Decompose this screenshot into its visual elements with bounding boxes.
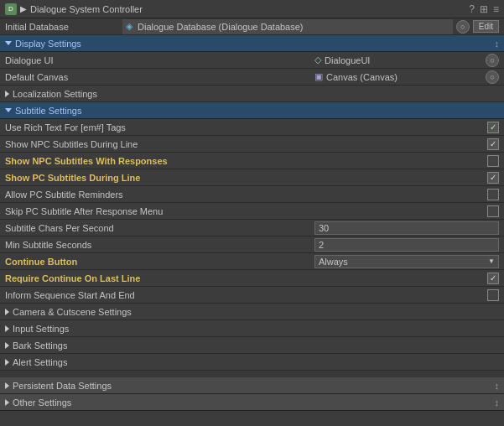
continue-button-row: Continue Button Always ▼ [0,253,504,270]
pc-reminders-checkbox[interactable] [487,189,499,200]
require-continue-value [487,273,499,284]
display-settings-scroll-icon: ↕ [495,39,500,49]
default-canvas-circle-btn[interactable]: ○ [486,70,499,84]
pc-subtitles-label: Show PC Subtitles During Line [5,173,487,183]
inform-sequence-checkbox[interactable] [487,289,499,301]
require-continue-row: Require Continue On Last Line [0,270,504,287]
db-icon: ◈ [126,21,132,32]
subtitle-settings-arrow [5,108,12,112]
collapsible-sections: Camera & Cutscene Settings Input Setting… [0,304,504,371]
persistent-label: Persistent Data Settings [13,381,112,391]
rich-text-label: Use Rich Text For [em#] Tags [5,122,487,132]
other-section-row[interactable]: Other Settings ↕ [0,394,504,411]
input-arrow [5,325,9,332]
inform-sequence-value [487,289,499,301]
require-continue-label: Require Continue On Last Line [5,273,487,283]
display-settings-label: Display Settings [15,39,81,49]
display-settings-header[interactable]: Display Settings ↕ [0,35,504,52]
chars-per-second-row: Subtitle Chars Per Second [0,220,504,236]
default-canvas-row: Default Canvas ▣ Canvas (Canvas) ○ [0,69,504,86]
subtitle-settings-header[interactable]: Subtitle Settings [0,102,504,119]
title-arrow: ▶ [20,4,27,13]
skip-pc-row: Skip PC Subtitle After Response Menu [0,203,504,220]
bark-section-row[interactable]: Bark Settings [0,337,504,354]
help-icon[interactable]: ? [469,3,475,15]
chars-per-second-input[interactable] [314,221,499,235]
bottom-sections: Persistent Data Settings ↕ Other Setting… [0,377,504,411]
min-seconds-row: Min Subtitle Seconds [0,236,504,253]
npc-subtitles-responses-label: Show NPC Subtitles With Responses [5,156,487,166]
pc-subtitles-value [487,172,499,184]
continue-button-value: Always ▼ [314,255,499,268]
alert-label: Alert Settings [13,357,67,367]
camera-label: Camera & Cutscene Settings [13,307,132,317]
alert-section-row[interactable]: Alert Settings [0,354,504,371]
more-icon[interactable]: ≡ [493,3,499,15]
continue-button-dropdown[interactable]: Always ▼ [314,255,499,268]
pc-reminders-label: Allow PC Subtitle Reminders [5,190,487,200]
initial-database-circle-btn[interactable]: ○ [456,20,470,34]
input-label: Input Settings [13,324,69,334]
npc-subtitles-row: Show NPC Subtitles During Line [0,136,504,153]
settings-icon[interactable]: ⊞ [480,3,488,15]
initial-database-value-container: ◈ Dialogue Database (Dialogue Database) [122,19,453,34]
continue-button-label: Continue Button [5,257,314,267]
dialogue-ui-value: DialogueUI [325,55,482,65]
persistent-scroll-icon: ↕ [495,381,500,391]
camera-arrow [5,309,9,315]
dropdown-chevron-icon: ▼ [488,257,495,265]
npc-subtitles-responses-value [487,155,499,167]
localization-label: Localization Settings [13,89,97,99]
other-scroll-icon: ↕ [495,397,500,408]
chars-per-second-label: Subtitle Chars Per Second [5,223,314,233]
skip-pc-label: Skip PC Subtitle After Response Menu [5,206,487,216]
bark-label: Bark Settings [13,340,67,351]
inform-sequence-row: Inform Sequence Start And End [0,287,504,304]
default-canvas-value: Canvas (Canvas) [326,72,482,82]
subtitle-rows: Use Rich Text For [em#] Tags Show NPC Su… [0,119,504,304]
npc-subtitles-responses-checkbox[interactable] [487,155,499,167]
persistent-arrow [5,382,9,389]
rich-text-value [487,122,499,133]
dialogue-ui-icon: ◇ [314,55,321,65]
content-area: Initial Database ◈ Dialogue Database (Di… [0,18,504,426]
npc-subtitles-label: Show NPC Subtitles During Line [5,139,487,149]
npc-subtitles-checkbox[interactable] [487,138,499,150]
initial-database-value: Dialogue Database (Dialogue Database) [138,22,449,32]
dialogue-ui-label: Dialogue UI [5,55,314,65]
inform-sequence-label: Inform Sequence Start And End [5,290,487,300]
rich-text-checkbox[interactable] [487,122,499,133]
skip-pc-checkbox[interactable] [487,205,499,217]
initial-database-row: Initial Database ◈ Dialogue Database (Di… [0,18,504,35]
default-canvas-label: Default Canvas [5,72,314,82]
subtitle-settings-label: Subtitle Settings [15,106,82,116]
initial-database-label: Initial Database [5,22,122,32]
dialogue-ui-row: Dialogue UI ◇ DialogueUI ○ [0,52,504,69]
persistent-section-row[interactable]: Persistent Data Settings ↕ [0,377,504,394]
pc-subtitles-row: Show PC Subtitles During Line [0,169,504,186]
continue-button-dropdown-text: Always [319,257,348,267]
other-label: Other Settings [13,397,71,408]
canvas-icon: ▣ [314,71,323,82]
display-settings-arrow [5,41,12,45]
title-bar: D ▶ Dialogue System Controller ? ⊞ ≡ [0,0,504,18]
min-seconds-input[interactable] [314,238,499,252]
input-section-row[interactable]: Input Settings [0,320,504,337]
pc-subtitles-checkbox[interactable] [487,172,499,184]
window-title: Dialogue System Controller [30,4,465,14]
dialogue-ui-value-container: ◇ DialogueUI ○ [314,54,499,67]
localization-settings-row[interactable]: Localization Settings [0,86,504,102]
default-canvas-value-container: ▣ Canvas (Canvas) ○ [314,70,499,84]
min-seconds-value [314,238,499,252]
camera-section-row[interactable]: Camera & Cutscene Settings [0,304,504,320]
bark-arrow [5,342,9,349]
skip-pc-value [487,205,499,217]
dialogue-ui-circle-btn[interactable]: ○ [486,54,499,67]
chars-per-second-value [314,221,499,235]
require-continue-checkbox[interactable] [487,273,499,284]
edit-button[interactable]: Edit [473,20,499,33]
title-bar-actions: ? ⊞ ≡ [469,3,499,15]
npc-subtitles-responses-row: Show NPC Subtitles With Responses [0,153,504,169]
localization-arrow [5,91,9,97]
other-arrow [5,399,9,406]
